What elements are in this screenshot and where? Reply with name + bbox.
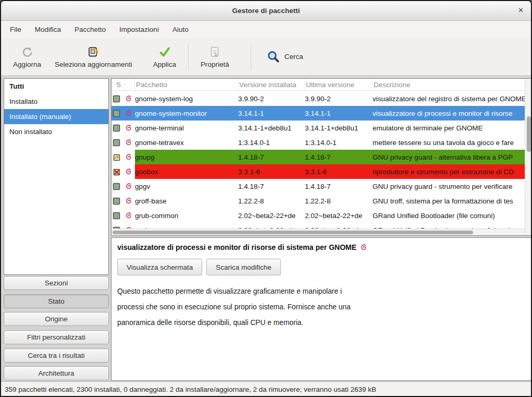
description-line: Questo pacchetto permette di visualizzar… — [117, 284, 532, 299]
description-line: panoramica delle risorse disponibili, qu… — [117, 315, 532, 331]
toolbar: Aggiorna Seleziona aggiornamenti Applica — [1, 38, 531, 76]
status-installed-icon[interactable] — [112, 179, 125, 194]
table-row-marked-reinstall[interactable]: gnupg 1.4.18-7 1.4.18-7 GNU privacy guar… — [112, 150, 525, 164]
architecture-button[interactable]: Architettura — [4, 366, 109, 380]
properties-button[interactable]: Proprietà — [194, 40, 236, 74]
search-icon — [267, 50, 280, 63]
apply-check-icon — [158, 45, 171, 59]
mark-upgrades-button[interactable]: Seleziona aggiornamenti — [48, 40, 139, 74]
menu-file[interactable]: File — [3, 22, 28, 37]
menu-modifica[interactable]: Modifica — [28, 22, 68, 37]
status-button[interactable]: Stato — [4, 294, 109, 308]
debian-swirl-icon — [125, 179, 135, 194]
package-name: gnupg — [135, 150, 238, 164]
package-description: mettere tessere su una tavola da gioco e… — [373, 135, 525, 150]
debian-swirl-icon — [125, 135, 135, 150]
status-text: 359 pacchetti elencati, 2300 installati,… — [5, 386, 376, 393]
search-results-button[interactable]: Cerca tra i risultati — [4, 348, 109, 363]
menu-pacchetto[interactable]: Pacchetto — [68, 22, 113, 37]
latest-version: 3.14.1-1+deb8u1 — [305, 121, 373, 135]
column-header-supported[interactable] — [125, 79, 135, 90]
table-row[interactable]: gnome-terminal 3.14.1-1+deb8u1 3.14.1-1+… — [112, 121, 525, 135]
origin-button[interactable]: Origine — [4, 312, 109, 326]
installed-version: 3.14.1-1 — [238, 106, 305, 121]
table-row[interactable]: gnome-system-log 3.9.90-2 3.9.90-2 visua… — [112, 91, 525, 106]
horizontal-scrollbar-thumb[interactable] — [113, 231, 473, 234]
menu-bar: File Modifica Pacchetto Impostazioni Aiu… — [1, 21, 531, 38]
detail-description: Questo pacchetto permette di visualizzar… — [117, 284, 532, 331]
mark-upgrades-label: Seleziona aggiornamenti — [55, 61, 132, 68]
package-table: S Pacchetto Versione installata Ultima v… — [111, 78, 532, 236]
description-line: processi che sono in esecuzione sul prop… — [117, 299, 532, 315]
installed-version: 3.9.90-2 — [238, 91, 305, 106]
sections-button[interactable]: Sezioni — [4, 276, 109, 290]
latest-version: 1.4.18-7 — [305, 150, 373, 164]
screenshot-button[interactable]: Visualizza schermata — [117, 259, 202, 275]
detail-title: visualizzatore di processi e monitor di … — [117, 243, 532, 251]
status-installed-icon[interactable] — [112, 194, 125, 208]
column-header-latest-version[interactable]: Ultima versione — [305, 79, 373, 90]
table-row[interactable]: gpgv 1.4.18-7 1.4.18-7 GNU privacy guard… — [112, 179, 525, 194]
reload-button[interactable]: Aggiorna — [6, 40, 48, 74]
detail-title-text: visualizzatore di processi e monitor di … — [117, 243, 356, 251]
debian-swirl-icon — [125, 208, 135, 223]
status-remove-icon[interactable] — [112, 164, 125, 179]
package-description: emulatore di terminale per GNOME — [373, 121, 525, 135]
title-bar[interactable]: Gestore di pacchetti ✕ — [1, 1, 531, 21]
installed-version: 3.3.1-6 — [238, 164, 305, 179]
latest-version: 2.02~beta2-22+de — [305, 208, 373, 223]
properties-icon — [208, 45, 221, 59]
package-description: GNU privacy guard - strumento per verifi… — [373, 179, 525, 194]
debian-swirl-icon — [125, 194, 135, 208]
vertical-scrollbar-thumb[interactable] — [527, 116, 531, 152]
package-name: goobox — [135, 164, 238, 179]
latest-version: 1.4.18-7 — [305, 179, 373, 194]
status-installed-icon[interactable] — [112, 106, 125, 121]
table-row-selected[interactable]: gnome-system-monitor 3.14.1-1 3.14.1-1 v… — [112, 106, 525, 121]
table-row[interactable]: grub-common 2.02~beta2-22+de 2.02~beta2-… — [112, 208, 525, 223]
table-rows: gnome-system-log 3.9.90-2 3.9.90-2 visua… — [112, 91, 525, 230]
details-pane: visualizzatore di processi e monitor di … — [111, 237, 532, 381]
status-installed-icon[interactable] — [112, 121, 125, 135]
filter-item-tutti[interactable]: Tutti — [4, 79, 108, 94]
column-header-package[interactable]: Pacchetto — [135, 79, 238, 90]
debian-swirl-icon — [125, 150, 135, 164]
table-row[interactable]: groff-base 1.22.2-8 1.22.2-8 GNU troff, … — [112, 194, 525, 208]
filter-item-non-installato[interactable]: Non installato — [4, 124, 108, 139]
package-name: gnome-system-monitor — [135, 106, 238, 121]
filter-item-installato[interactable]: Installato — [4, 94, 108, 109]
menu-aiuto[interactable]: Aiuto — [166, 22, 195, 37]
package-description: GRand Unified Bootloader (file comuni) — [373, 208, 525, 223]
installed-version: 2.02~beta2-22+de — [238, 208, 305, 223]
installed-version: 1:3.14.0-1 — [238, 135, 305, 150]
menu-impostazioni[interactable]: Impostazioni — [113, 22, 166, 37]
status-installed-icon[interactable] — [112, 91, 125, 106]
table-row-marked-removal[interactable]: goobox 3.3.1-6 3.3.1-6 riproduttore e st… — [112, 164, 525, 179]
vertical-scrollbar[interactable] — [525, 79, 532, 235]
properties-label: Proprietà — [201, 61, 229, 68]
close-icon[interactable]: ✕ — [518, 6, 524, 14]
package-name: gnome-terminal — [135, 121, 238, 135]
window-title: Gestore di pacchetti — [232, 7, 300, 15]
status-reinstall-icon[interactable] — [112, 150, 125, 164]
status-installed-icon[interactable] — [112, 135, 125, 150]
table-row[interactable]: gnome-tetravex 1:3.14.0-1 1:3.14.0-1 met… — [112, 135, 525, 150]
installed-version: 1.4.18-7 — [238, 179, 305, 194]
changelog-button[interactable]: Scarica modifiche — [206, 259, 281, 275]
search-button[interactable]: Cerca — [261, 47, 310, 66]
package-name: grub-common — [135, 208, 238, 223]
custom-filters-button[interactable]: Filtri personalizzati — [4, 330, 109, 344]
filter-item-installato-manuale[interactable]: Installato (manuale) — [4, 109, 108, 124]
horizontal-scrollbar[interactable] — [112, 228, 525, 235]
status-installed-icon[interactable] — [112, 208, 125, 223]
column-header-status[interactable]: S — [112, 79, 125, 90]
column-header-description[interactable]: Descrizione — [373, 79, 525, 90]
package-name: gnome-system-log — [135, 91, 238, 106]
column-header-installed-version[interactable]: Versione installata — [238, 79, 305, 90]
package-name: gnome-tetravex — [135, 135, 238, 150]
package-description: GNU privacy guard - alternativa libera a… — [373, 150, 525, 164]
latest-version: 3.3.1-6 — [305, 164, 373, 179]
package-description: GNU troff, sistema per la formattazione … — [373, 194, 525, 208]
apply-button[interactable]: Applica — [146, 40, 183, 74]
debian-swirl-icon — [125, 121, 135, 135]
